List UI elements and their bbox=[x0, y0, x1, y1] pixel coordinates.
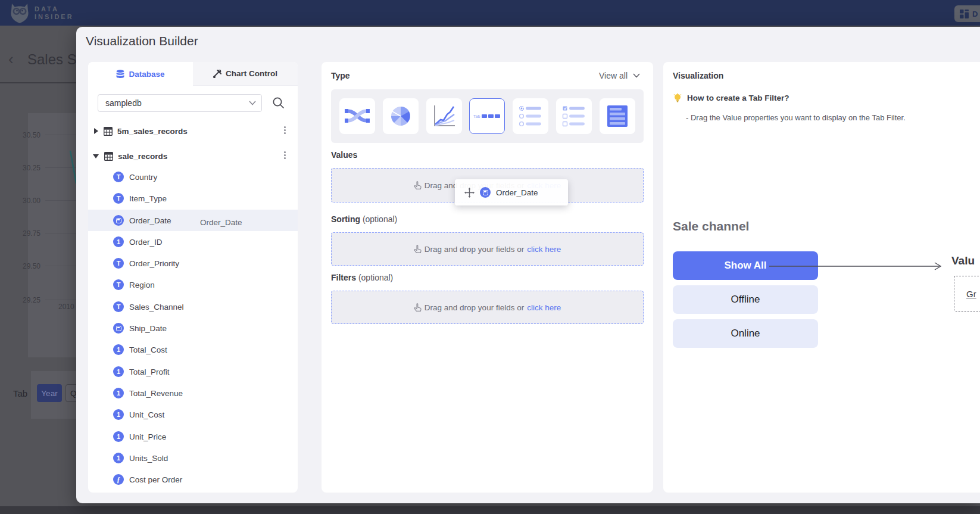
drag-chip-label: Order_Date bbox=[496, 188, 538, 197]
x-tick: 2010 bbox=[58, 303, 74, 311]
visualization-title: Visualization bbox=[673, 71, 723, 80]
function-type-icon: ƒ bbox=[113, 474, 124, 485]
number-type-icon: 1 bbox=[113, 236, 124, 247]
field-row-total-revenue[interactable]: 1 Total_Revenue bbox=[88, 382, 298, 404]
search-icon[interactable] bbox=[272, 96, 285, 109]
interval-label: Tab bbox=[13, 388, 27, 398]
table-row-sale-records[interactable]: sale_records bbox=[88, 145, 298, 167]
table-icon bbox=[104, 127, 113, 136]
top-navbar: DATA INSIDER D bbox=[0, 0, 980, 26]
chart-type-line[interactable] bbox=[426, 98, 462, 134]
annotation-link[interactable]: Gr bbox=[966, 289, 976, 299]
chart-type-strip: Tab bbox=[331, 89, 644, 143]
sorting-dropzone[interactable]: Drag and drop your fields or click here bbox=[331, 232, 644, 266]
table-name: sale_records bbox=[118, 152, 167, 161]
brand-line-1: DATA bbox=[35, 5, 74, 13]
chart-type-sankey[interactable] bbox=[339, 98, 375, 134]
sankey-chart-icon bbox=[344, 104, 370, 128]
dashboard-grid-icon bbox=[960, 10, 969, 18]
sorting-section-label: Sorting (optional) bbox=[331, 214, 397, 224]
table-menu-icon[interactable] bbox=[283, 125, 286, 135]
filter-tab-online[interactable]: Online bbox=[673, 319, 818, 348]
view-all-dropdown[interactable]: View all bbox=[599, 71, 640, 80]
date-type-icon bbox=[113, 215, 124, 226]
number-type-icon: 1 bbox=[113, 453, 124, 463]
tip-title: How to create a Tab Filter? bbox=[687, 94, 789, 102]
chart-type-radio-list[interactable] bbox=[513, 98, 548, 134]
drag-source-ghost: Order_Date bbox=[200, 218, 242, 227]
date-type-icon bbox=[480, 187, 491, 198]
chart-type-pie[interactable] bbox=[383, 98, 419, 134]
annotation-dashed-box: Gr bbox=[954, 276, 980, 311]
table-menu-icon[interactable] bbox=[283, 150, 286, 160]
chevron-down-icon bbox=[249, 101, 256, 105]
builder-panel: Type View all bbox=[322, 62, 653, 493]
table-chart-icon bbox=[606, 104, 629, 128]
drop-hint-text: Drag and drop your fields or bbox=[425, 303, 524, 312]
tools-icon bbox=[213, 70, 221, 78]
annotation-arrow bbox=[768, 261, 947, 272]
back-icon[interactable]: ‹ bbox=[8, 50, 14, 68]
tab-chart-control[interactable]: Chart Control bbox=[193, 62, 298, 86]
field-row-units-sold[interactable]: 1 Units_Sold bbox=[88, 447, 298, 469]
number-type-icon: 1 bbox=[113, 409, 124, 420]
drag-hand-icon bbox=[414, 181, 422, 190]
field-row-unit-cost[interactable]: 1 Unit_Cost bbox=[88, 404, 298, 425]
background-line-chart bbox=[28, 113, 76, 357]
database-select[interactable]: sampledb bbox=[98, 94, 262, 112]
filters-dropzone[interactable]: Drag and drop your fields or click here bbox=[331, 291, 644, 324]
lightbulb-icon bbox=[673, 93, 682, 103]
visualization-builder-modal: Visualization Builder Database Chart C bbox=[76, 27, 980, 503]
field-row-sales-channel[interactable]: T Sales_Channel bbox=[88, 296, 298, 317]
number-type-icon: 1 bbox=[113, 388, 124, 398]
table-row-5m-sales-records[interactable]: 5m_sales_records bbox=[88, 120, 298, 142]
tab-chart-control-label: Chart Control bbox=[226, 69, 277, 78]
field-row-total-profit[interactable]: 1 Total_Profit bbox=[88, 361, 298, 382]
field-row-country[interactable]: T Country bbox=[88, 166, 298, 188]
field-row-region[interactable]: T Region bbox=[88, 274, 298, 295]
owl-logo-icon bbox=[10, 2, 30, 24]
click-here-link[interactable]: click here bbox=[527, 245, 561, 254]
dragged-field-chip[interactable]: Order_Date bbox=[455, 179, 568, 205]
svg-text:Tab: Tab bbox=[473, 114, 480, 119]
text-type-icon: T bbox=[113, 301, 124, 312]
header-divider bbox=[0, 82, 76, 83]
chart-type-tab-filter[interactable]: Tab bbox=[469, 98, 505, 134]
visualization-panel: Visualization How to create a Tab Filter… bbox=[663, 62, 980, 493]
tab-database[interactable]: Database bbox=[88, 62, 193, 86]
checkbox-list-icon bbox=[562, 105, 586, 127]
dashboard-button-label: D bbox=[972, 10, 978, 18]
type-section-label: Type bbox=[331, 71, 350, 80]
drag-hand-icon bbox=[414, 245, 422, 254]
chart-type-table[interactable] bbox=[600, 98, 635, 134]
line-chart-icon bbox=[432, 104, 456, 128]
filter-tab-offline[interactable]: Offline bbox=[673, 285, 818, 314]
field-row-cost-per-order[interactable]: ƒ Cost per Order bbox=[88, 469, 298, 490]
drag-hand-icon bbox=[414, 303, 422, 312]
field-row-order-date[interactable]: Order_Date bbox=[88, 210, 298, 231]
chart-type-checkbox-list[interactable] bbox=[556, 98, 592, 134]
text-type-icon: T bbox=[113, 193, 124, 204]
field-row-unit-price[interactable]: 1 Unit_Price bbox=[88, 426, 298, 447]
field-row-ship-date[interactable]: Ship_Date bbox=[88, 317, 298, 339]
field-row-order-priority[interactable]: T Order_Priority bbox=[88, 253, 298, 274]
field-row-total-cost[interactable]: 1 Total_Cost bbox=[88, 339, 298, 360]
field-row-item-type[interactable]: T Item_Type bbox=[88, 188, 298, 209]
caret-down-icon[interactable] bbox=[93, 154, 99, 158]
table-icon bbox=[104, 152, 113, 161]
caret-right-icon[interactable] bbox=[94, 128, 98, 134]
database-icon bbox=[116, 70, 124, 79]
date-type-icon bbox=[113, 323, 124, 334]
drop-hint-text: Drag and drop your fields or bbox=[425, 245, 524, 254]
values-section-label: Values bbox=[331, 150, 357, 160]
radio-list-icon bbox=[519, 105, 542, 127]
field-row-order-id[interactable]: 1 Order_ID bbox=[88, 231, 298, 253]
annotation-heading: Valu bbox=[951, 254, 975, 267]
database-panel: Database Chart Control sampledb bbox=[88, 62, 298, 493]
dashboard-button[interactable]: D bbox=[954, 5, 980, 22]
click-here-link[interactable]: click here bbox=[527, 303, 561, 312]
brand-logo: DATA INSIDER bbox=[10, 2, 74, 24]
move-icon bbox=[464, 188, 475, 198]
text-type-icon: T bbox=[113, 258, 124, 269]
interval-year-button[interactable]: Year bbox=[37, 384, 62, 402]
